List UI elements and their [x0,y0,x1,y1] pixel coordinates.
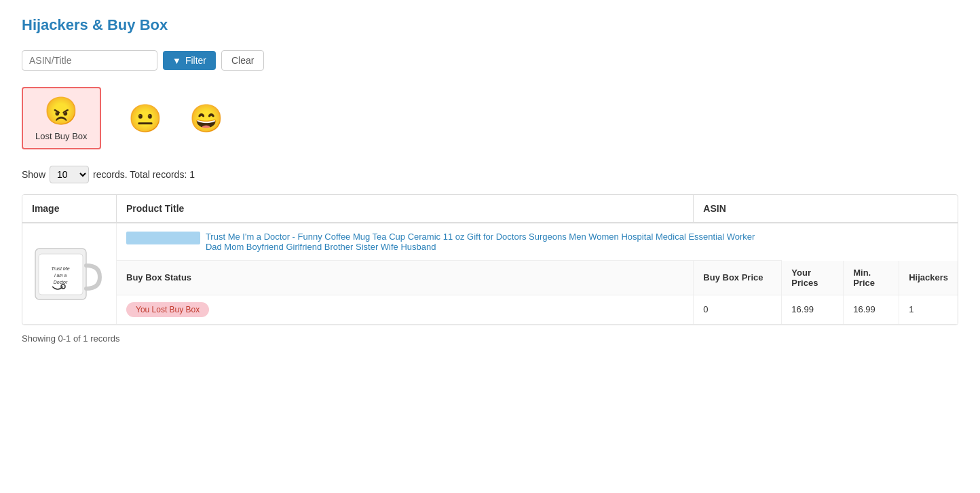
min-price-value: 16.99 [844,295,899,324]
status-happy[interactable]: 😄 [189,103,223,134]
sub-col-hijackers: Hijackers [899,261,958,295]
table-row: Trust Me I am a Doctor Trust Me I'm a Do… [22,223,958,261]
show-row: Show 10 25 50 100 records. Total records… [22,166,958,183]
svg-text:Trust Me: Trust Me [51,266,69,271]
sub-col-buy-box-status: Buy Box Status [117,261,694,295]
total-records-label: records. Total records: 1 [93,169,195,180]
lost-buy-box-label: Lost Buy Box [35,131,88,141]
footer-text: Showing 0-1 of 1 records [22,325,958,352]
status-lost-buy-box[interactable]: 😠 Lost Buy Box [22,87,101,149]
col-image: Image [22,195,117,223]
angry-emoji-icon: 😠 [44,95,78,127]
svg-text:I am a: I am a [54,273,67,278]
product-image: Trust Me I am a Doctor [32,235,107,310]
asin-highlight [126,232,200,244]
filter-button[interactable]: ▼ Filter [163,51,216,70]
records-per-page-select[interactable]: 10 25 50 100 [50,166,89,183]
sub-col-buy-box-price: Buy Box Price [694,261,782,295]
product-title-link[interactable]: Trust Me I'm a Doctor - Funny Coffee Mug… [206,232,772,252]
lost-buy-box-badge: You Lost Buy Box [126,302,209,317]
svg-text:Doctor: Doctor [54,280,68,285]
search-input[interactable] [22,50,157,71]
main-table: Image Product Title ASIN [22,194,958,325]
buy-box-price-value: 0 [694,295,782,324]
col-product-title: Product Title [117,195,694,223]
filter-row: ▼ Filter Clear [22,50,958,71]
happy-emoji-icon: 😄 [189,103,223,133]
filter-icon: ▼ [172,56,181,66]
status-neutral[interactable]: 😐 [128,103,162,134]
show-label: Show [22,169,45,180]
sub-header-row: Buy Box Status Buy Box Price Your Prices… [22,261,958,295]
sub-col-your-prices: Your Prices [782,261,844,295]
col-asin: ASIN [694,195,782,223]
neutral-emoji-icon: 😐 [128,103,162,133]
filter-label: Filter [185,55,206,66]
product-image-cell: Trust Me I am a Doctor [22,223,117,324]
detail-row: You Lost Buy Box 0 16.99 16.99 1 [22,295,958,324]
page-title: Hijackers & Buy Box [22,16,958,34]
clear-button[interactable]: Clear [221,50,264,71]
table-header-row: Image Product Title ASIN [22,195,958,223]
buy-box-status-value: You Lost Buy Box [117,295,694,324]
sub-col-min-price: Min. Price [844,261,899,295]
hijackers-value: 1 [899,295,958,324]
emoji-status-row: 😠 Lost Buy Box 😐 😄 [22,87,958,149]
product-title-cell: Trust Me I'm a Doctor - Funny Coffee Mug… [117,223,782,261]
your-prices-value: 16.99 [782,295,844,324]
